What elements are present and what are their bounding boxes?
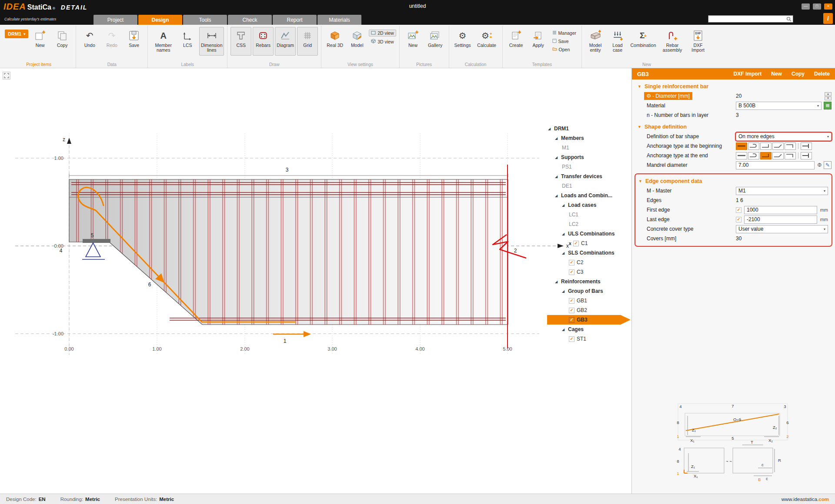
tab-project[interactable]: Project — [94, 15, 137, 25]
template-open-button[interactable]: Open — [550, 46, 578, 53]
tree-item-gb2[interactable]: ✓ GB2 — [547, 305, 632, 315]
template-manager-button[interactable]: Manager — [550, 30, 578, 36]
anchorage-hook-down-button[interactable] — [785, 152, 796, 159]
section-collapse-icon[interactable]: ▼ — [638, 84, 641, 89]
section-edge-component-data[interactable]: ▼ Edge component data — [635, 174, 832, 186]
stepper-up-icon[interactable]: ▲ — [825, 92, 832, 96]
search-input[interactable] — [708, 16, 785, 22]
edges-value[interactable]: 1 6 — [736, 197, 828, 203]
section-collapse-icon[interactable]: ▼ — [638, 179, 642, 183]
tree-item-reinforcements[interactable]: ◢ Reinforcements — [547, 277, 632, 286]
dxf-import-header-button[interactable]: DXF Import — [734, 71, 762, 77]
tab-design[interactable]: Design — [138, 15, 182, 25]
tree-item-c2[interactable]: ✓ C2 — [547, 258, 632, 267]
new-header-button[interactable]: New — [771, 71, 782, 77]
checkbox[interactable]: ✓ — [569, 298, 574, 304]
tree-item-load-cases[interactable]: ◢ Load cases — [547, 200, 632, 210]
expander-icon[interactable]: ◢ — [562, 232, 566, 236]
redo-button[interactable]: ↷ Redo — [101, 27, 122, 56]
first-edge-checkbox[interactable]: ✓ — [736, 207, 741, 213]
tree-item-gb1[interactable]: ✓ GB1 — [547, 296, 632, 305]
anchorage-hook180-button[interactable] — [748, 143, 759, 150]
edit-mandrel-button[interactable]: ✎ — [824, 161, 832, 169]
tree-item-members[interactable]: ◢ Members — [547, 133, 632, 143]
expander-icon[interactable]: ◢ — [562, 328, 566, 332]
load-case-button[interactable]: Load case — [607, 27, 628, 56]
create-template-button[interactable]: Create — [506, 27, 527, 56]
combination-button[interactable]: Σ + Combination — [629, 27, 657, 56]
member-names-button[interactable]: A Member names — [151, 27, 176, 56]
tree-item-uls-combinations[interactable]: ◢ ULS Combinations — [547, 229, 632, 239]
anchorage-head-button[interactable] — [801, 152, 812, 159]
diameter-stepper[interactable]: ▲ ▼ — [825, 92, 832, 100]
checkbox[interactable]: ✓ — [569, 308, 574, 313]
point-support[interactable] — [82, 239, 110, 259]
section-collapse-icon[interactable]: ▼ — [638, 125, 641, 129]
info-button[interactable]: i — [823, 13, 833, 24]
settings-button[interactable]: ⚙ Settings — [452, 27, 473, 56]
save-button[interactable]: Save — [124, 27, 144, 56]
checkbox[interactable]: ✓ — [569, 317, 574, 323]
diagram-button[interactable]: Diagram — [275, 27, 296, 56]
lcs-button[interactable]: LCS — [177, 27, 198, 56]
tab-tools[interactable]: Tools — [183, 15, 227, 25]
view-2d-button[interactable]: 2D view — [369, 30, 396, 36]
dxf-import-button[interactable]: DXF DXF Import — [688, 27, 708, 56]
expander-icon[interactable]: ◢ — [562, 251, 566, 255]
anchorage-hook45-button[interactable] — [772, 152, 784, 159]
project-items-combo[interactable]: DRM1 ▾ — [5, 30, 28, 38]
tree-item-transfer-devices[interactable]: ◢ Transfer devices — [547, 172, 632, 181]
rebars-button[interactable]: Rebars — [253, 27, 274, 56]
anchorage-straight-button[interactable] — [736, 152, 747, 159]
drawing-canvas[interactable]: x z — [0, 68, 631, 494]
expander-icon[interactable]: ◢ — [548, 127, 552, 131]
master-select[interactable]: M1 ▾ — [736, 187, 828, 195]
anchorage-head-button[interactable] — [801, 143, 812, 150]
tree-item-c3[interactable]: ✓ C3 — [547, 267, 632, 277]
tree-item-lc2[interactable]: LC2 — [547, 219, 632, 229]
first-edge-input[interactable]: 1000 — [744, 206, 817, 214]
model-entity-button[interactable]: Model entity — [585, 27, 606, 56]
material-select[interactable]: B 500B ▾ — [736, 102, 822, 110]
copy-project-item-button[interactable]: Copy — [52, 27, 73, 56]
section-single-reinforcement-bar[interactable]: ▼ Single reinforcement bar — [632, 80, 835, 91]
tree-item-lc1[interactable]: LC1 — [547, 210, 632, 219]
css-button[interactable]: CSS — [230, 27, 251, 56]
anchorage-hook180-button[interactable] — [748, 152, 759, 159]
maximize-button[interactable]: □ — [813, 3, 821, 10]
bar-shape-select[interactable]: On more edges ▾ — [736, 133, 832, 141]
tree-item-loads[interactable]: ◢ Loads and Combin... — [547, 191, 632, 200]
close-button[interactable]: × — [824, 3, 832, 10]
last-edge-input[interactable]: -2100 — [744, 216, 817, 224]
copy-header-button[interactable]: Copy — [792, 71, 805, 77]
grid-button[interactable]: Grid — [297, 27, 318, 56]
tab-materials[interactable]: Materials — [317, 15, 361, 25]
tree-item-ps1[interactable]: PS1 — [547, 162, 632, 172]
expander-icon[interactable]: ◢ — [555, 175, 559, 179]
checkbox[interactable]: ✓ — [569, 260, 574, 265]
tree-item-st1[interactable]: ✓ ST1 — [547, 334, 632, 344]
section-shape-definition[interactable]: ▼ Shape definition — [632, 120, 835, 132]
undo-button[interactable]: ↶ Undo — [79, 27, 100, 56]
fit-view-button[interactable] — [3, 72, 10, 80]
diameter-value[interactable]: 20 — [736, 93, 822, 99]
checkbox[interactable]: ✓ — [569, 336, 574, 342]
tab-report[interactable]: Report — [273, 15, 317, 25]
tab-check[interactable]: Check — [228, 15, 272, 25]
checkbox[interactable]: ✓ — [569, 269, 574, 275]
anchorage-hook-down-button[interactable] — [785, 143, 796, 150]
anchorage-straight-button[interactable] — [736, 143, 747, 150]
tree-item-drm1[interactable]: ◢ DRM1 — [547, 124, 632, 133]
last-edge-checkbox[interactable]: ✓ — [736, 217, 741, 222]
expander-icon[interactable]: ◢ — [555, 136, 559, 140]
anchorage-hook90-button[interactable] — [760, 152, 772, 159]
tree-item-gb3[interactable]: ✓ GB3 — [547, 315, 631, 325]
new-project-item-button[interactable]: New — [30, 27, 50, 56]
covers-value[interactable]: 30 — [736, 235, 828, 242]
expander-icon[interactable]: ◢ — [562, 203, 566, 207]
expander-icon[interactable]: ◢ — [555, 194, 559, 198]
tree-item-cages[interactable]: ◢ Cages — [547, 325, 632, 334]
real-3d-button[interactable]: Real 3D — [324, 27, 345, 56]
model-button[interactable]: Model — [347, 27, 367, 56]
template-save-button[interactable]: Save — [550, 38, 578, 45]
